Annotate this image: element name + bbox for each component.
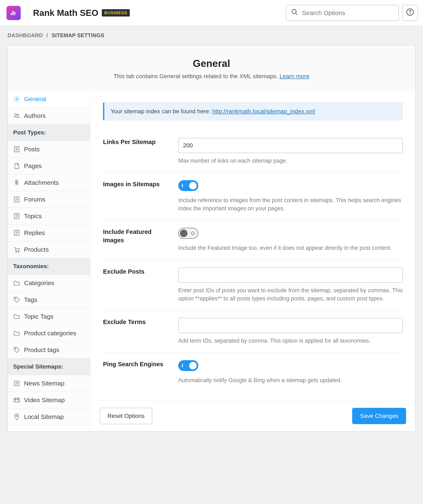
- sidebar-item-attachments[interactable]: Attachments: [8, 174, 90, 191]
- sidebar-item-label: News Sitemap: [24, 380, 64, 387]
- post-icon: [13, 229, 20, 236]
- sidebar-item-products[interactable]: Products: [8, 241, 90, 258]
- field-label: Exclude Posts: [103, 268, 170, 303]
- links-per-sitemap-input[interactable]: [178, 138, 403, 153]
- sitemap-url-link[interactable]: http://rankmath.local/sitemap_index.xml: [212, 108, 315, 114]
- sidebar-item-label: Replies: [24, 229, 45, 236]
- sidebar-item-label: Pages: [24, 162, 42, 169]
- sidebar-item-tags[interactable]: Tags: [8, 291, 90, 308]
- sidebar-item-label: Tags: [24, 296, 37, 303]
- sidebar-item-label: General: [24, 96, 46, 103]
- users-icon: [13, 112, 20, 119]
- sidebar-item-news-sitemap[interactable]: News Sitemap: [8, 375, 90, 392]
- svg-point-13: [15, 348, 16, 349]
- sidebar-item-local-sitemap[interactable]: Local Sitemap: [8, 408, 90, 425]
- search-icon: [291, 9, 298, 17]
- logo-container: [0, 0, 27, 26]
- field-exclude-posts: Exclude Posts Enter post IDs of posts yo…: [103, 260, 403, 310]
- sidebar-group-post-types: Post Types:: [8, 124, 90, 141]
- field-label: Links Per Sitemap: [103, 138, 170, 165]
- sidebar-item-label: Product tags: [24, 346, 59, 354]
- sidebar-item-categories[interactable]: Categories: [8, 275, 90, 291]
- app-title: Rank Math SEO: [33, 8, 98, 18]
- sidebar-item-product-tags[interactable]: Product tags: [8, 342, 90, 358]
- tag-icon: [13, 296, 20, 303]
- sidebar-item-label: Topic Tags: [24, 313, 54, 320]
- footer-bar: Reset Options Save Changes: [90, 401, 415, 431]
- learn-more-link[interactable]: Learn more: [280, 73, 310, 79]
- svg-point-2: [410, 14, 410, 14]
- sidebar-item-label: Categories: [24, 280, 54, 287]
- svg-point-4: [14, 114, 17, 116]
- field-ping-search-engines: Ping Search Engines Automatically notify…: [103, 353, 403, 392]
- breadcrumb-sep: /: [46, 32, 48, 38]
- help-button[interactable]: [402, 5, 418, 21]
- gear-icon: [13, 96, 20, 103]
- post-icon: [13, 196, 20, 203]
- svg-point-3: [16, 98, 18, 100]
- field-desc: Automatically notify Google & Bing when …: [178, 376, 403, 384]
- video-icon: [13, 396, 20, 404]
- sidebar-item-label: Local Sitemap: [24, 413, 64, 420]
- panel-header: General This tab contains General settin…: [8, 45, 415, 91]
- sidebar-item-forums[interactable]: Forums: [8, 191, 90, 208]
- clip-icon: [13, 179, 20, 186]
- folder-icon: [13, 280, 20, 287]
- svg-point-10: [16, 252, 17, 252]
- news-icon: [13, 380, 20, 387]
- sidebar-group-special: Special Sitemaps:: [8, 358, 90, 375]
- sidebar-item-general[interactable]: General: [8, 91, 90, 108]
- svg-point-5: [17, 114, 19, 116]
- field-desc: Include the Featured Image too, even if …: [178, 244, 403, 252]
- sidebar-item-video-sitemap[interactable]: Video Sitemap: [8, 392, 90, 408]
- folder-icon: [13, 330, 20, 337]
- svg-point-16: [16, 415, 17, 417]
- field-label: Ping Search Engines: [103, 360, 170, 384]
- sidebar-item-authors[interactable]: Authors: [8, 108, 90, 124]
- sidebar-item-replies[interactable]: Replies: [8, 224, 90, 241]
- images-in-sitemaps-toggle[interactable]: [178, 180, 198, 191]
- sidebar-item-topics[interactable]: Topics: [8, 208, 90, 224]
- app-logo-icon: [6, 6, 21, 20]
- tag-icon: [13, 346, 20, 354]
- sidebar-item-posts[interactable]: Posts: [8, 141, 90, 158]
- field-links-per-sitemap: Links Per Sitemap Max number of links on…: [103, 131, 403, 173]
- field-exclude-terms: Exclude Terms Add term IDs, separated by…: [103, 310, 403, 353]
- help-icon: [406, 8, 414, 18]
- sidebar-item-label: Video Sitemap: [24, 396, 65, 404]
- pin-icon: [13, 413, 20, 420]
- post-icon: [13, 146, 20, 153]
- page-icon: [13, 162, 20, 169]
- svg-point-11: [18, 252, 19, 252]
- exclude-terms-input[interactable]: [178, 318, 403, 333]
- sidebar-item-label: Attachments: [24, 179, 59, 186]
- field-label: Exclude Terms: [103, 318, 170, 345]
- settings-panel: General This tab contains General settin…: [7, 45, 416, 432]
- page-subtitle: This tab contains General settings relat…: [16, 73, 407, 80]
- field-label: Images in Sitemaps: [103, 180, 170, 213]
- folder-icon: [13, 313, 20, 320]
- field-desc: Add term IDs, separated by comma. This o…: [178, 337, 403, 345]
- breadcrumb-current: SITEMAP SETTINGS: [52, 32, 104, 38]
- breadcrumb: DASHBOARD / SITEMAP SETTINGS: [0, 26, 423, 45]
- include-featured-toggle[interactable]: [178, 228, 198, 239]
- sidebar-item-pages[interactable]: Pages: [8, 158, 90, 174]
- sidebar-item-topic-tags[interactable]: Topic Tags: [8, 308, 90, 325]
- field-desc: Include reference to images from the pos…: [178, 196, 403, 213]
- reset-button[interactable]: Reset Options: [100, 408, 152, 424]
- ping-search-engines-toggle[interactable]: [178, 360, 198, 371]
- breadcrumb-root[interactable]: DASHBOARD: [7, 32, 43, 38]
- field-desc: Max number of links on each sitemap page…: [178, 157, 403, 165]
- svg-point-0: [292, 9, 296, 14]
- exclude-posts-input[interactable]: [178, 268, 403, 283]
- field-desc: Enter post IDs of posts you want to excl…: [178, 286, 403, 303]
- save-button[interactable]: Save Changes: [352, 408, 406, 424]
- sidebar-item-label: Product categories: [24, 330, 76, 337]
- sidebar-group-taxonomies: Taxonomies:: [8, 258, 90, 275]
- field-images-in-sitemaps: Images in Sitemaps Include reference to …: [103, 173, 403, 220]
- search-box[interactable]: [286, 5, 399, 21]
- sidebar-item-product-categories[interactable]: Product categories: [8, 325, 90, 342]
- sidebar-item-label: Authors: [24, 112, 46, 119]
- svg-rect-15: [14, 398, 19, 402]
- search-input[interactable]: [302, 9, 393, 17]
